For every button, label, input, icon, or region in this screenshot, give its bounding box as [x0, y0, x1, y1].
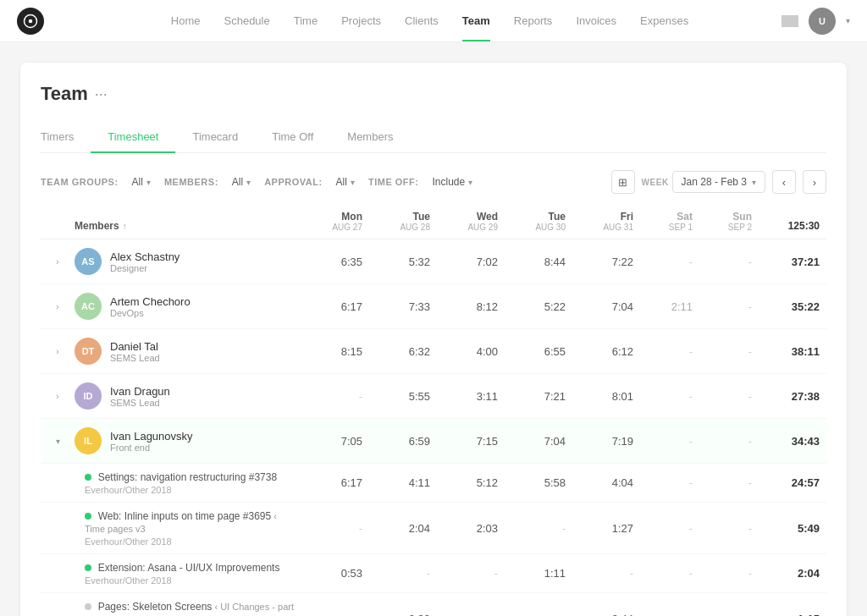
- member-toggle-ivan-d[interactable]: ›: [41, 392, 75, 401]
- avatar-daniel: DT: [75, 338, 102, 365]
- time-cell: 2:11: [633, 300, 693, 313]
- time-cell: -: [566, 567, 633, 580]
- time-cell: -: [693, 522, 752, 535]
- time-cell: -: [430, 613, 498, 617]
- nav-team[interactable]: Team: [462, 1, 490, 41]
- time-cell: 7:02: [430, 256, 498, 268]
- task-info: Extension: Asana - UI/UX Improvements Ev…: [75, 561, 295, 586]
- member-name-alex: Alex Schastny: [110, 250, 179, 263]
- tab-timecard[interactable]: Timecard: [175, 122, 255, 153]
- tab-timers[interactable]: Timers: [41, 122, 91, 153]
- app-logo[interactable]: [17, 8, 44, 35]
- nav-time[interactable]: Time: [294, 1, 318, 41]
- member-row: › ID Ivan Dragun SEMS Lead -5:553:117:21…: [41, 374, 826, 419]
- time-cell: 7:22: [566, 256, 633, 268]
- time-cell: -: [295, 390, 362, 403]
- nav-clients[interactable]: Clients: [405, 1, 439, 41]
- task-row: Settings: navigation restructuring #3738…: [41, 464, 826, 503]
- topnav: Home Schedule Time Projects Clients Team…: [0, 0, 867, 42]
- time-cell: 6:32: [362, 345, 430, 358]
- time-cell: 5:32: [362, 256, 430, 268]
- task-name-text[interactable]: Extension: Asana - UI/UX Improvements: [98, 562, 280, 574]
- task-name-text[interactable]: Settings: navigation restructuring #3738: [98, 471, 277, 483]
- time-cell: 8:01: [566, 390, 633, 403]
- time-cell: -: [693, 476, 752, 489]
- time-cell: 4:04: [566, 476, 633, 489]
- member-total-ivan-d: 27:38: [752, 390, 820, 403]
- page-title: Team: [41, 83, 88, 105]
- total-col-header: 125:30: [752, 220, 820, 232]
- task-total: 2:04: [752, 567, 820, 580]
- nav-home[interactable]: Home: [171, 1, 201, 41]
- sun-col-header: Sun SEP 2: [693, 211, 752, 232]
- member-toggle-artem[interactable]: ›: [41, 302, 75, 311]
- week-label: WEEK: [642, 178, 669, 187]
- time-cell: -: [693, 300, 752, 313]
- tab-timesheet[interactable]: Timesheet: [91, 122, 175, 153]
- time-cell: 4:11: [362, 476, 430, 489]
- member-row: › DT Daniel Tal SEMS Lead 8:156:324:006:…: [41, 329, 826, 374]
- task-name: Settings: navigation restructuring #3738: [85, 470, 295, 483]
- filter-bar: TEAM GROUPS: All ▾ MEMBERS: All ▾ APPROV…: [41, 170, 826, 194]
- tue-col-header: Tue AUG 28: [362, 211, 430, 232]
- task-sub: Everhour/Other 2018: [85, 485, 295, 495]
- task-name: Pages: Skeleton Screens ‹ UI Changes - p…: [85, 600, 295, 616]
- task-sub: Everhour/Other 2018: [85, 575, 295, 586]
- time-cell: -: [693, 435, 752, 448]
- flag-icon: [781, 15, 798, 27]
- nav-projects[interactable]: Projects: [341, 1, 381, 41]
- member-row: › AC Artem Chechoro DevOps 6:177:338:125…: [41, 284, 826, 329]
- week-range-select[interactable]: Jan 28 - Feb 3 ▾: [672, 171, 765, 193]
- member-info-daniel: DT Daniel Tal SEMS Lead: [75, 338, 295, 365]
- task-row: Web: Inline inputs on time page #3695 ‹ …: [41, 503, 826, 554]
- member-details-alex: Alex Schastny Designer: [110, 250, 179, 273]
- member-toggle-daniel[interactable]: ›: [41, 347, 75, 356]
- time-cell: -: [633, 345, 693, 358]
- approval-select[interactable]: All ▾: [336, 176, 355, 188]
- week-chevron-icon: ▾: [752, 178, 756, 187]
- time-cell: 8:15: [295, 345, 362, 358]
- members-select[interactable]: All ▾: [232, 176, 251, 188]
- task-name-text[interactable]: Web: Inline inputs on time page #3695: [98, 510, 272, 522]
- avatar-ivan-d: ID: [75, 382, 102, 410]
- member-details-daniel: Daniel Tal SEMS Lead: [110, 340, 160, 363]
- task-name-text[interactable]: Pages: Skeleton Screens: [98, 601, 213, 613]
- tab-timeoff[interactable]: Time Off: [255, 122, 330, 153]
- nav-invoices[interactable]: Invoices: [576, 1, 616, 41]
- tab-members[interactable]: Members: [330, 122, 410, 153]
- settings-icon[interactable]: ⊞: [611, 170, 635, 194]
- time-off-select[interactable]: Include ▾: [432, 176, 472, 188]
- time-cell: 5:58: [498, 476, 566, 489]
- member-details-ivan-d: Ivan Dragun SEMS Lead: [110, 385, 170, 408]
- avatar-chevron-icon[interactable]: ▾: [846, 16, 850, 25]
- task-total: 5:49: [752, 522, 820, 535]
- nav-expenses[interactable]: Expenses: [640, 1, 688, 41]
- team-groups-select[interactable]: All ▾: [132, 176, 151, 188]
- main-nav: Home Schedule Time Projects Clients Team…: [78, 1, 781, 41]
- time-cell: -: [362, 567, 430, 580]
- member-row: ▾ IL Ivan Lagunovsky Front end 7:056:597…: [41, 419, 826, 464]
- member-name-daniel: Daniel Tal: [110, 340, 160, 353]
- nav-reports[interactable]: Reports: [514, 1, 553, 41]
- time-cell: 6:12: [566, 345, 633, 358]
- time-cell: 2:03: [430, 522, 498, 535]
- member-toggle-ivan-l[interactable]: ▾: [41, 437, 75, 446]
- member-total-artem: 35:22: [752, 300, 820, 313]
- member-toggle-alex[interactable]: ›: [41, 257, 75, 267]
- time-cell: 6:59: [362, 435, 430, 448]
- task-name: Web: Inline inputs on time page #3695 ‹ …: [85, 509, 295, 535]
- mon-col-header: Mon AUG 27: [295, 211, 362, 232]
- team-more-icon[interactable]: ···: [95, 85, 108, 103]
- avatar[interactable]: U: [809, 8, 836, 35]
- approval-chevron-icon: ▾: [351, 178, 355, 187]
- time-cell: -: [633, 567, 693, 580]
- sort-icon[interactable]: ↑: [123, 222, 127, 231]
- week-next-button[interactable]: ›: [803, 170, 826, 194]
- nav-schedule[interactable]: Schedule: [224, 1, 270, 41]
- time-cell: -: [693, 345, 752, 358]
- team-card: Team ··· Timers Timesheet Timecard Time …: [20, 63, 847, 616]
- time-cell: -: [498, 613, 566, 617]
- time-cell: 5:12: [430, 476, 498, 489]
- week-prev-button[interactable]: ‹: [772, 170, 796, 194]
- time-cell: 0:44: [566, 613, 633, 617]
